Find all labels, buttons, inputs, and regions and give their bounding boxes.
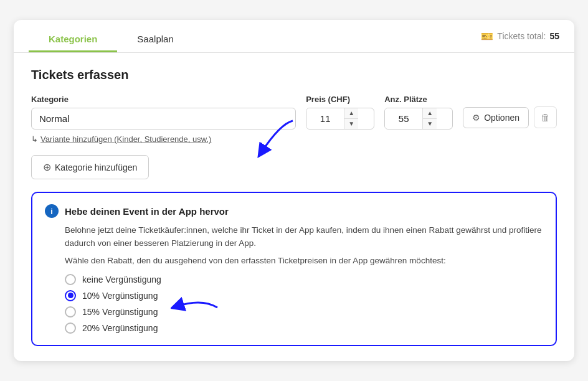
info-box-text1: Belohne jetzt deine Ticketkäufer:innen, … [45,224,543,250]
radio-option-10[interactable]: 10% Vergünstigung [65,290,543,301]
anz-input[interactable] [385,108,422,129]
tab-saalplan[interactable]: Saalplan [117,27,193,52]
preis-input-wrapper: ▲ ▼ [306,108,374,129]
preis-down-button[interactable]: ▼ [344,119,358,129]
info-box: i Hebe deinen Event in der App hervor Be… [31,192,557,346]
optionen-button[interactable]: ⚙ Optionen [463,107,529,128]
preis-input[interactable] [306,108,344,129]
tabs-bar: Kategorien Saalplan 🎫 Tickets total: 55 [14,20,574,53]
blue-arrow-annotation-2 [171,295,220,322]
radio-options: keine Vergünstigung 10% Vergünstigung [45,274,543,334]
radio-circle-none [65,274,76,285]
radio-option-15[interactable]: 15% Vergünstigung [65,306,543,318]
radio-label-10: 10% Vergünstigung [82,291,158,301]
blue-arrow-annotation-1 [243,118,299,164]
info-box-title: Hebe deinen Event in der App hervor [65,206,229,217]
add-category-section: ⊕ Kategorie hinzufügen [31,155,557,179]
tabs: Kategorien Saalplan [29,27,194,52]
radio-10-wrapper: 10% Vergünstigung [65,290,543,301]
radio-label-20: 20% Vergünstigung [82,323,158,333]
anz-up-button[interactable]: ▲ [423,108,437,119]
radio-circle-10 [65,290,76,301]
plus-circle-icon: ⊕ [43,161,51,173]
ticket-icon: 🎫 [481,31,493,42]
section-title: Tickets erfassen [31,68,557,82]
variant-link[interactable]: Variante hinzufügen (Kinder, Studierende… [40,134,211,144]
tickets-total-label: Tickets total: [497,31,546,41]
radio-label-15: 15% Vergünstigung [82,307,158,317]
variant-arrow-icon: ↳ [31,134,38,144]
gear-icon: ⚙ [472,113,480,123]
anz-group: Anz. Plätze ▲ ▼ [384,95,453,129]
actions-group: ⚙ Optionen 🗑 [463,106,557,129]
tickets-total: 🎫 Tickets total: 55 [481,31,559,50]
kategorie-label: Kategorie [31,95,296,104]
info-icon: i [45,204,59,218]
anz-label: Anz. Plätze [384,95,453,104]
radio-circle-15 [65,306,76,318]
info-box-text2: Wähle den Rabatt, den du ausgehend von d… [45,256,543,265]
optionen-label: Optionen [484,113,519,123]
radio-option-none[interactable]: keine Vergünstigung [65,274,543,285]
preis-group: Preis (CHF) ▲ ▼ [306,95,374,129]
delete-button[interactable]: 🗑 [534,106,557,128]
radio-option-20[interactable]: 20% Vergünstigung [65,322,543,334]
anz-down-button[interactable]: ▼ [423,119,437,129]
radio-label-none: keine Vergünstigung [82,275,161,285]
tickets-total-count: 55 [549,31,559,41]
radio-circle-20 [65,322,76,334]
add-category-label: Kategorie hinzufügen [55,162,137,172]
add-category-button[interactable]: ⊕ Kategorie hinzufügen [31,155,149,179]
preis-spinners: ▲ ▼ [344,108,358,129]
trash-icon: 🗑 [541,112,550,123]
main-content: Tickets erfassen Kategorie Preis (CHF) ▲… [14,53,574,361]
tab-kategorien[interactable]: Kategorien [29,27,117,52]
preis-label: Preis (CHF) [306,95,374,104]
info-box-header: i Hebe deinen Event in der App hervor [45,204,543,218]
anz-spinners: ▲ ▼ [422,108,437,129]
main-container: Kategorien Saalplan 🎫 Tickets total: 55 … [14,20,574,361]
anz-input-wrapper: ▲ ▼ [384,108,453,129]
preis-up-button[interactable]: ▲ [344,108,358,119]
